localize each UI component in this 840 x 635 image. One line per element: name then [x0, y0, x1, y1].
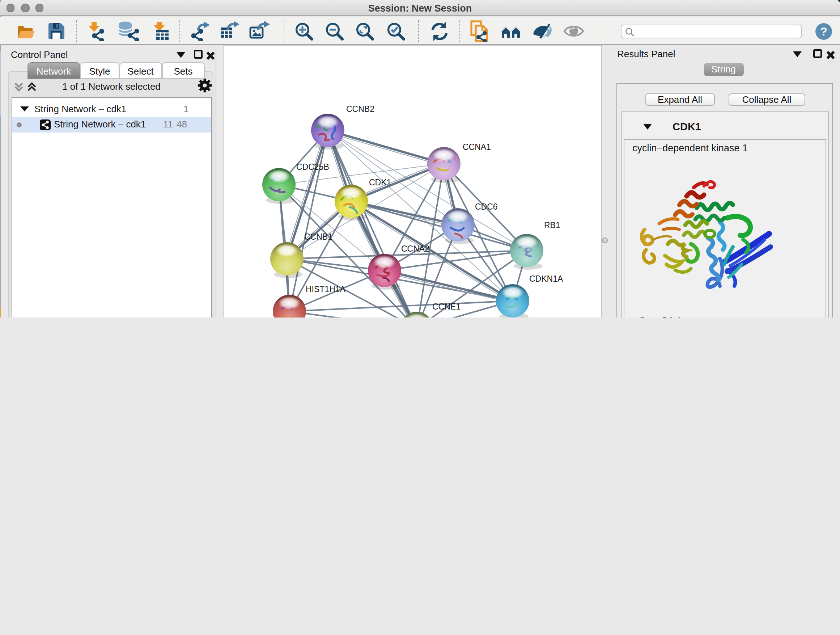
svg-text:CCNE1: CCNE1 [432, 302, 460, 311]
svg-text:CDC25B: CDC25B [296, 162, 329, 171]
svg-text:HIST1H1A: HIST1H1A [305, 284, 346, 294]
svg-text:CCNA2: CCNA2 [401, 244, 429, 253]
svg-text:CDK1: CDK1 [369, 177, 391, 187]
svg-text:CCNA1: CCNA1 [462, 142, 491, 151]
svg-text:CDKN1A: CDKN1A [529, 274, 563, 283]
svg-text:CCNB1: CCNB1 [304, 232, 332, 241]
svg-text:CDC6: CDC6 [475, 202, 497, 211]
svg-text:CCNB2: CCNB2 [346, 104, 374, 113]
svg-text:RB1: RB1 [544, 220, 560, 230]
